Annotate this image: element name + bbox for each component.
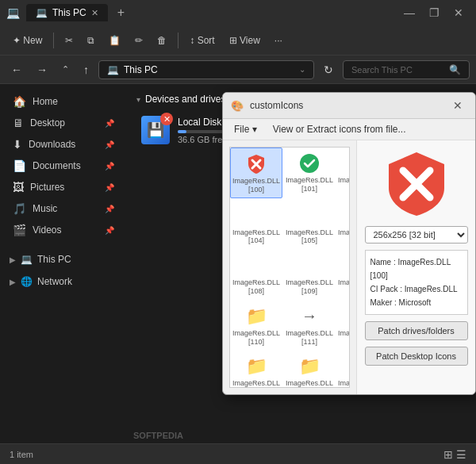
address-dropdown-icon[interactable]: ⌄ [299,65,305,74]
icon-cell-108[interactable]: 🖼 ImageRes.DLL[108] [230,250,282,299]
icon-cell-101[interactable]: ImageRes.DLL[101] [284,148,335,198]
sidebar: 🏠 Home 🖥 Desktop 📌 ⬇ Downloads 📌 📄 Docum… [0,84,127,443]
icon-img-111: → [297,304,322,329]
sidebar-section-thispc[interactable]: ▶ 💻 This PC [3,249,124,270]
icon-label-106: ImageRes.DLL[106] [338,228,350,246]
title-tab[interactable]: 💻 This PC ✕ [26,4,108,21]
icon-cell-105[interactable]: 🏔 ImageRes.DLL[105] [284,200,335,249]
sidebar-label-network: Network [37,276,72,287]
add-tab-button[interactable]: + [117,6,125,20]
icon-img-116: 🏔 [349,354,350,379]
icon-cell-112[interactable]: 📘 ImageRes.DLL[112] [336,301,350,350]
icons-grid-panel: ImageRes.DLL[100] ImageRes.DLL[101] [229,147,350,388]
icon-label-109: ImageRes.DLL[109] [286,278,333,296]
status-bar: 1 item ⊞ ☰ [0,443,476,464]
toolbar: ✦ New ✂ ⧉ 📋 ✏ 🗑 ↕ Sort ⊞ View ··· [0,25,476,56]
sidebar-label-music: Music [33,203,57,214]
icon-img-106: 🗂 [349,203,350,228]
app-icon: 💻 [6,6,20,19]
icon-cell-110[interactable]: 📁 ImageRes.DLL[110] [230,301,282,350]
sidebar-item-documents[interactable]: 📄 Documents 📌 [3,155,124,176]
chevron-thispc: ▶ [10,255,16,264]
view-button[interactable]: ⊞ View [223,32,267,49]
documents-icon: 📄 [13,159,26,172]
icon-cell-106[interactable]: 🗂 ImageRes.DLL[106] [336,200,350,249]
dialog-menu: File ▾ View or Extract icons from file..… [223,119,475,140]
icon-label-116: ImageRes.DLL[116] [338,379,350,388]
sort-button[interactable]: ↕ Sort [183,32,221,49]
icon-cell-116[interactable]: 🏔 ImageRes.DLL[116] [336,351,350,388]
icon-cell-104[interactable]: 🖥 ImageRes.DLL[104] [230,200,282,249]
icon-cell-114[interactable]: 📁 ImageRes.DLL[114] [230,351,282,388]
patch-drives-button[interactable]: Patch drives/folders [365,321,468,340]
info-box: Name : ImageRes.DLL [100] CI Pack : Imag… [365,250,468,315]
toolbar-separator [53,33,54,48]
pin-icon-documents: 📌 [105,162,114,171]
sidebar-section-network[interactable]: ▶ 🌐 Network [3,271,124,292]
address-input[interactable]: 💻 This PC ⌄ [98,60,314,79]
icon-img-101 [297,151,322,176]
icon-cell-102[interactable]: ! ImageRes.DLL[102] [336,148,350,198]
sidebar-item-downloads[interactable]: ⬇ Downloads 📌 [3,134,124,155]
tab-icon: 💻 [36,7,48,18]
icon-label-102: ImageRes.DLL[102] [338,176,350,194]
sidebar-label-desktop: Desktop [30,117,65,128]
icon-label-10: ImageRes.DLL[10] [338,278,350,296]
icon-cell-111[interactable]: → ImageRes.DLL[111] [284,301,335,350]
cut-button[interactable]: ✂ [59,32,79,49]
grid-view-icon[interactable]: ⊞ [443,448,453,461]
search-box[interactable]: Search This PC 🔍 [343,60,470,79]
icon-img-104: 🖥 [244,203,269,228]
icon-img-115: 📁 [297,354,322,379]
pin-icon-videos: 📌 [105,226,114,235]
sidebar-item-pictures[interactable]: 🖼 Pictures 📌 [3,177,124,197]
more-button[interactable]: ··· [268,32,289,49]
patch-desktop-button[interactable]: Patch Desktop Icons [365,347,468,366]
icon-cell-109[interactable]: ⚙ ImageRes.DLL[109] [284,250,335,299]
icon-cell-10[interactable]: 💻 ImageRes.DLL[10] [336,250,350,299]
icon-cell-100[interactable]: ImageRes.DLL[100] [230,148,282,198]
chevron-network: ▶ [10,278,16,286]
dialog-menu-view[interactable]: View or Extract icons from file... [270,122,409,136]
icon-img-102: ! [349,151,350,176]
icon-label-108: ImageRes.DLL[108] [232,278,280,296]
pin-icon-music: 📌 [105,205,114,213]
copy-button[interactable]: ⧉ [81,32,101,49]
icon-label-112: ImageRes.DLL[112] [338,329,350,347]
path-icon: 💻 [107,64,119,75]
icon-img-109: ⚙ [297,253,322,278]
dialog-overlay: 🎨 customIcons ✕ File ▾ View or Extract i… [127,84,476,443]
new-button[interactable]: ✦ New [6,32,48,49]
dialog-menu-file[interactable]: File ▾ [231,122,260,136]
icon-label-111: ImageRes.DLL[111] [286,329,333,347]
svg-point-2 [300,154,319,173]
pin-icon-downloads: 📌 [105,140,114,149]
icon-label-115: ImageRes.DLL[115] [286,379,333,388]
icon-cell-115[interactable]: 📁 ImageRes.DLL[115] [284,351,335,388]
delete-button[interactable]: 🗑 [151,32,173,49]
dialog-body: ImageRes.DLL[100] ImageRes.DLL[101] [223,140,475,394]
forward-button[interactable]: → [32,62,52,78]
close-button[interactable]: ✕ [454,6,463,19]
sidebar-label-videos: Videos [33,224,61,236]
preview-panel: 256x256 [32 bit] 128x128 [32 bit] 64x64 … [356,140,475,394]
close-tab-icon[interactable]: ✕ [91,8,98,18]
size-select[interactable]: 256x256 [32 bit] 128x128 [32 bit] 64x64 … [365,226,468,244]
sidebar-item-desktop[interactable]: 🖥 Desktop 📌 [3,113,124,133]
minimize-button[interactable]: — [404,6,415,19]
paste-button[interactable]: 📋 [102,32,127,49]
sidebar-item-home[interactable]: 🏠 Home [3,91,124,112]
back-button[interactable]: ← [6,62,27,78]
dialog-close-button[interactable]: ✕ [448,98,467,113]
maximize-button[interactable]: ❐ [429,6,440,19]
rename-button[interactable]: ✏ [129,32,149,49]
sidebar-item-music[interactable]: 🎵 Music 📌 [3,198,124,219]
refresh-button[interactable]: ↻ [319,62,338,78]
info-ci: CI Pack : ImageRes.DLL [370,282,463,296]
up-button[interactable]: ↑ [79,62,94,78]
dialog-title: customIcons [250,100,442,111]
icon-img-108: 🖼 [244,253,269,278]
up-chevron-button[interactable]: ⌃ [57,63,74,76]
list-view-icon[interactable]: ☰ [456,448,466,461]
sidebar-item-videos[interactable]: 🎬 Videos 📌 [3,220,124,240]
